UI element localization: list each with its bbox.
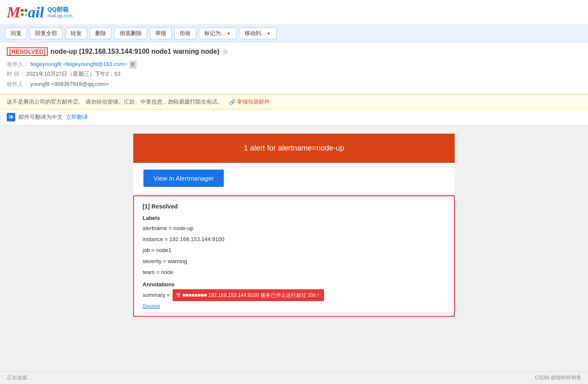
move-to-arrow-icon: ▼ — [267, 31, 271, 36]
mark-as-arrow-icon: ▼ — [227, 31, 231, 36]
sender-email: feigeyoungfit@163.com — [66, 61, 124, 67]
report-label[interactable]: 举报垃圾邮件 — [237, 98, 270, 106]
alert-header-bar: 1 alert for alertname=node-up — [133, 134, 455, 163]
logo-dots — [21, 9, 27, 16]
reject-button[interactable]: 拒收 — [174, 27, 196, 39]
report-spam-link[interactable]: 🔗 举报垃圾邮件 — [229, 98, 270, 106]
move-to-button[interactable]: 移动到... ▼ — [239, 27, 277, 39]
email-toolbar: 回复 回复全部 转发 删除 彻底删除 举报 拒收 标记为... ▼ 移动到...… — [0, 25, 588, 42]
email-subject: [RESOLVED] node-up (192.168.153.144:9100… — [7, 47, 581, 56]
translate-bar: 译 邮件可翻译为中文 立即翻译 — [0, 110, 588, 125]
email-meta: 发件人： feigeyoungfit <feigeyoungfit@163.co… — [7, 59, 581, 89]
report-icon: 🔗 — [229, 99, 236, 105]
email-content: 1 alert for alertname=node-up View In Al… — [133, 134, 455, 328]
to-name: youngfit — [30, 81, 50, 87]
logo-dot-green — [21, 13, 24, 16]
reply-button[interactable]: 回复 — [5, 27, 27, 39]
sender-card-icon[interactable]: 图 — [129, 60, 137, 69]
logo-dot-red — [21, 9, 24, 12]
labels-section-title: Labels — [143, 215, 445, 221]
email-time: 2021年10月27日（星期三）下午2：53 — [26, 71, 121, 77]
sender-name: feigeyoungfit — [30, 61, 62, 67]
summary-label: summary = — [143, 290, 170, 301]
view-button-container: View In Alertmanager — [133, 163, 455, 194]
translate-icon: 译 — [7, 113, 15, 121]
alert-resolved-title: [1] Resolved — [143, 203, 445, 210]
forward-button[interactable]: 转发 — [65, 27, 87, 39]
report-button[interactable]: 举报 — [150, 27, 172, 39]
reply-all-button[interactable]: 回复全部 — [30, 27, 63, 39]
view-alertmanager-button[interactable]: View In Alertmanager — [143, 170, 224, 187]
from-row: 发件人： feigeyoungfit <feigeyoungfit@163.co… — [7, 59, 581, 69]
warning-text: 这不是腾讯公司的官方邮件②。 请勿轻信密保、汇款、中奖信息，勿轻易拨打陌生电话。 — [7, 98, 223, 106]
star-icon[interactable]: ☆ — [222, 48, 228, 56]
label-alertname: alertname = node-up — [143, 223, 445, 234]
source-link[interactable]: Source — [143, 303, 445, 309]
app-header: M ail QQ邮箱 mail.qq.com — [0, 0, 588, 25]
to-email: 908367919@qq.com — [54, 81, 105, 87]
label-team: team = node — [143, 267, 445, 278]
logo-domain: mail.qq.com — [47, 13, 72, 19]
annotations-section-title: Annotations — [143, 281, 445, 288]
logo-text-group: QQ邮箱 mail.qq.com — [47, 6, 72, 19]
resolved-badge: [RESOLVED] — [7, 47, 48, 56]
translate-now-link[interactable]: 立即翻译 — [66, 113, 88, 121]
to-row: 收件人： youngfit <908367919@qq.com> — [7, 79, 581, 89]
label-severity: severity = warning — [143, 256, 445, 267]
mark-as-button[interactable]: 标记为... ▼ — [199, 27, 236, 39]
subject-text: node-up (192.168.153.144:9100 node1 warn… — [50, 48, 219, 55]
email-header-section: [RESOLVED] node-up (192.168.153.144:9100… — [0, 42, 588, 94]
from-label: 发件人： — [7, 61, 29, 67]
summary-row: summary = 节 ■■■■■■■■ 192.168.153.144:910… — [143, 289, 445, 301]
time-row: 时 间： 2021年10月27日（星期三）下午2：53 — [7, 69, 581, 79]
summary-value-redacted: 节 ■■■■■■■■ 192.168.153.144:9100 服务已停止运行超… — [173, 289, 324, 301]
logo-m: M — [7, 3, 20, 21]
label-job: job = node1 — [143, 245, 445, 256]
time-label: 时 间： — [7, 71, 25, 77]
alert-header-text: 1 alert for alertname=node-up — [244, 144, 344, 152]
logo-dot-blue — [25, 9, 27, 12]
warning-banner: 这不是腾讯公司的官方邮件②。 请勿轻信密保、汇款、中奖信息，勿轻易拨打陌生电话。… — [0, 94, 588, 110]
logo-ail: ail — [28, 3, 44, 21]
email-body: 1 alert for alertname=node-up View In Al… — [0, 125, 588, 337]
logo-dot-yellow — [25, 13, 27, 16]
to-label: 收件人： — [7, 81, 29, 87]
label-instance: instance = 192.168.153.144:9100 — [143, 234, 445, 245]
permanent-delete-button[interactable]: 彻底删除 — [114, 27, 147, 39]
translate-text: 邮件可翻译为中文 — [19, 113, 63, 121]
delete-button[interactable]: 删除 — [90, 27, 112, 39]
logo-qq-mail-label: QQ邮箱 — [47, 6, 72, 13]
sender-email-link[interactable]: feigeyoungfit <feigeyoungfit@163.com> — [30, 61, 129, 67]
alert-details-box: [1] Resolved Labels alertname = node-up … — [133, 195, 455, 317]
